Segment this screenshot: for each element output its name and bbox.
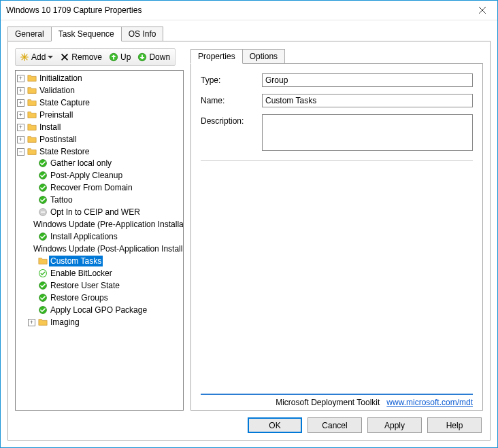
expand-icon[interactable]: + — [28, 319, 35, 326]
cancel-button[interactable]: Cancel — [308, 417, 362, 433]
expand-icon[interactable]: + — [17, 75, 24, 82]
tree-item-label: Recover From Domain — [49, 182, 134, 193]
expand-icon[interactable]: + — [17, 99, 24, 107]
collapse-icon[interactable]: − — [17, 148, 24, 156]
close-icon — [479, 7, 486, 14]
tree-item[interactable]: Post-Apply Cleanup — [28, 169, 183, 182]
folder-icon — [27, 147, 37, 156]
panel-footer: Microsoft Deployment Toolkit www.microso… — [201, 394, 473, 407]
tree-item[interactable]: +State Capture — [17, 97, 183, 109]
panel-spacer — [201, 160, 473, 394]
tree-item-label: Restore User State — [49, 280, 121, 291]
down-button[interactable]: Down — [136, 52, 171, 63]
disabled-icon — [38, 207, 48, 217]
add-icon — [20, 52, 29, 62]
right-column: PropertiesOptions Type: Group Name: Desc… — [190, 48, 483, 411]
up-button[interactable]: Up — [107, 52, 132, 63]
product-link[interactable]: www.microsoft.com/mdt — [386, 398, 473, 407]
expander-blank — [28, 160, 35, 167]
expand-icon[interactable]: + — [17, 111, 24, 119]
tree-item-label: Validation — [38, 85, 76, 96]
expander-blank — [28, 233, 35, 241]
inner-tab-properties[interactable]: Properties — [190, 49, 243, 64]
name-label: Name: — [201, 94, 255, 105]
expander-blank — [28, 209, 35, 216]
title-bar: Windows 10 1709 Capture Properties — [1, 1, 497, 20]
main-tab-os-info[interactable]: OS Info — [121, 27, 164, 41]
expand-icon[interactable]: + — [17, 124, 24, 131]
tree-item[interactable]: Windows Update (Post-Application Install… — [28, 243, 183, 255]
folder-icon — [27, 73, 37, 83]
tree-toolbar: Add Remove Up Down — [15, 48, 176, 66]
close-button[interactable] — [469, 2, 496, 18]
tree-item[interactable]: Recover From Domain — [28, 182, 183, 194]
help-button[interactable]: Help — [427, 417, 482, 433]
properties-tabstrip: PropertiesOptions — [190, 48, 483, 63]
tree-item[interactable]: +Preinstall — [17, 109, 183, 121]
tree-item[interactable]: Tattoo — [28, 194, 183, 206]
tree-item-label: Windows Update (Post-Application Install… — [32, 243, 184, 254]
tree-item[interactable]: Gather local only — [28, 157, 183, 169]
expand-icon[interactable]: + — [17, 87, 24, 94]
description-input[interactable] — [262, 114, 473, 151]
up-label: Up — [120, 52, 131, 62]
tree-item[interactable]: Windows Update (Pre-Application Installa… — [28, 218, 183, 230]
tree-item-label: State Capture — [38, 97, 91, 108]
dialog-window: Windows 10 1709 Capture Properties Gener… — [0, 0, 498, 448]
name-input[interactable] — [262, 94, 473, 107]
sequence-tree[interactable]: +Initialization+Validation+State Capture… — [15, 70, 184, 411]
main-tab-task-sequence[interactable]: Task Sequence — [51, 27, 122, 41]
expander-blank — [28, 184, 35, 192]
tree-item[interactable]: +Install — [17, 121, 183, 133]
tree-item[interactable]: Opt In to CEIP and WER — [28, 206, 183, 218]
main-tab-general[interactable]: General — [7, 27, 52, 41]
splitter: Add Remove Up Down — [15, 48, 483, 411]
remove-label: Remove — [71, 52, 102, 62]
check-icon — [38, 232, 48, 241]
tree-item-label: State Restore — [38, 146, 90, 157]
name-row: Name: — [201, 94, 473, 107]
tree-item-label: Imaging — [49, 317, 81, 328]
tree-item[interactable]: Restore User State — [28, 279, 183, 292]
up-icon — [109, 52, 118, 62]
folder-icon — [27, 110, 37, 120]
tree-item-label: Opt In to CEIP and WER — [49, 207, 142, 218]
tree-item[interactable]: Install Applications — [28, 230, 183, 243]
remove-button[interactable]: Remove — [59, 52, 103, 63]
inner-tab-options[interactable]: Options — [242, 49, 285, 63]
expander-blank — [28, 307, 35, 314]
product-name: Microsoft Deployment Toolkit — [276, 398, 380, 407]
tree-item-label: Tattoo — [49, 194, 74, 205]
check-icon — [38, 158, 48, 168]
folder-icon — [27, 122, 37, 132]
tree-item-label: Preinstall — [38, 109, 74, 120]
tree-item[interactable]: Restore Groups — [28, 292, 183, 304]
tree-item[interactable]: +Initialization — [17, 72, 183, 84]
tree-item[interactable]: Apply Local GPO Package — [28, 304, 183, 316]
tree-item[interactable]: Enable BitLocker — [28, 267, 183, 279]
tree-item-label: Post-Apply Cleanup — [49, 170, 124, 181]
tree-item[interactable]: +Validation — [17, 84, 183, 97]
tree-item[interactable]: −State RestoreGather local onlyPost-Appl… — [17, 145, 183, 329]
tree-item[interactable]: Custom Tasks — [28, 255, 183, 267]
folder-icon — [27, 86, 37, 95]
tree-item-label: Custom Tasks — [49, 256, 103, 266]
left-column: Add Remove Up Down — [15, 48, 184, 411]
tree-item-label: Enable BitLocker — [49, 268, 114, 279]
down-icon — [137, 52, 147, 62]
folder-icon — [27, 98, 37, 107]
expand-icon[interactable]: + — [17, 136, 24, 143]
expander-blank — [28, 258, 35, 265]
remove-icon — [60, 52, 69, 62]
main-tabstrip: GeneralTask SequenceOS Info — [7, 26, 491, 41]
tree-item[interactable]: +Postinstall — [17, 133, 183, 145]
dialog-buttons: OK Cancel Apply Help — [15, 411, 483, 433]
expander-blank — [28, 270, 35, 277]
ok-button[interactable]: OK — [248, 417, 302, 433]
apply-button[interactable]: Apply — [367, 417, 422, 433]
add-button[interactable]: Add — [18, 52, 54, 63]
expander-blank — [28, 294, 35, 302]
type-label: Type: — [201, 73, 255, 85]
check-icon — [38, 293, 48, 303]
tree-item[interactable]: +Imaging — [28, 316, 183, 328]
